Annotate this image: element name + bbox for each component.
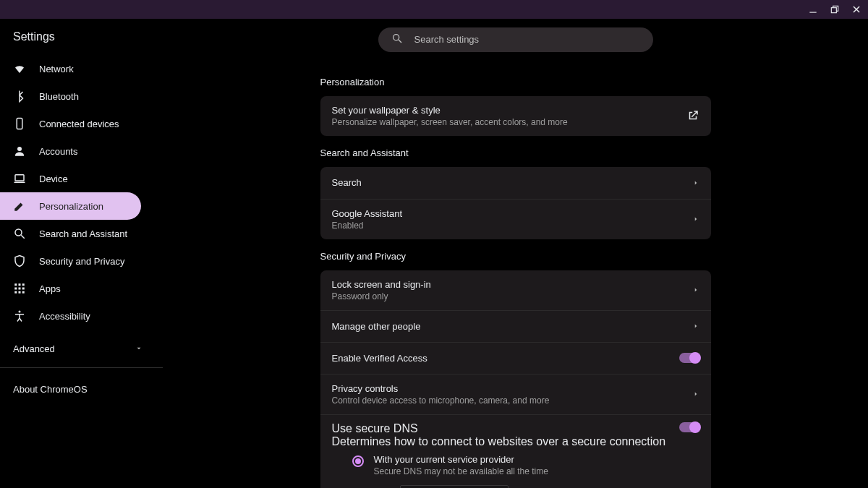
svg-rect-14 xyxy=(14,288,17,290)
settings-content: Personalization Set your wallpaper & sty… xyxy=(320,65,711,488)
sidebar-item-search-assistant[interactable]: Search and Assistant xyxy=(0,220,141,247)
row-sub: Enabled xyxy=(332,221,692,231)
dns-option-custom[interactable]: With Custom xyxy=(332,479,699,488)
apps-icon xyxy=(13,282,26,295)
bluetooth-icon xyxy=(13,90,26,103)
sidebar-item-connected-devices[interactable]: Connected devices xyxy=(0,110,141,137)
svg-point-9 xyxy=(15,229,22,236)
row-lock-screen[interactable]: Lock screen and sign-in Password only xyxy=(320,270,711,310)
svg-point-20 xyxy=(19,311,21,313)
open-external-icon xyxy=(686,109,699,122)
sidebar-item-label: Accounts xyxy=(39,146,77,157)
sidebar-item-bluetooth[interactable]: Bluetooth xyxy=(0,82,141,110)
maximize-button[interactable] xyxy=(829,4,841,15)
svg-line-10 xyxy=(21,235,25,239)
sidebar-item-accessibility[interactable]: Accessibility xyxy=(0,302,141,330)
sidebar-item-label: Search and Assistant xyxy=(39,228,127,239)
row-sub: Personalize wallpaper, screen saver, acc… xyxy=(332,117,686,127)
edit-icon xyxy=(13,200,26,213)
sidebar-item-label: Personalization xyxy=(39,201,103,212)
dns-provider-select[interactable]: Custom xyxy=(400,485,509,488)
svg-rect-13 xyxy=(22,283,25,286)
svg-rect-8 xyxy=(14,182,25,184)
sidebar-nav: Network Bluetooth Connected devices Acco… xyxy=(0,55,163,330)
row-sub: Control device access to microphone, cam… xyxy=(332,395,692,406)
svg-rect-11 xyxy=(14,283,17,286)
svg-rect-5 xyxy=(17,119,22,129)
row-privacy-controls[interactable]: Privacy controls Control device access t… xyxy=(320,374,711,414)
radio-button[interactable] xyxy=(352,455,364,467)
dns-option-current-provider[interactable]: With your current service provider Secur… xyxy=(332,448,699,479)
svg-rect-2 xyxy=(831,8,836,13)
sidebar-item-label: Connected devices xyxy=(39,119,119,129)
toggle-secure-dns[interactable] xyxy=(679,422,699,432)
search-bar[interactable] xyxy=(378,27,653,52)
section-title-personalization: Personalization xyxy=(320,77,711,87)
sidebar-advanced[interactable]: Advanced xyxy=(0,334,163,363)
row-google-assistant[interactable]: Google Assistant Enabled xyxy=(320,199,711,239)
sidebar-about[interactable]: About ChromeOS xyxy=(0,372,163,406)
sidebar-item-personalization[interactable]: Personalization xyxy=(0,192,141,220)
svg-point-21 xyxy=(393,35,399,40)
svg-point-6 xyxy=(17,147,22,151)
row-sub: Password only xyxy=(332,291,692,301)
search-icon xyxy=(391,33,403,47)
svg-rect-7 xyxy=(15,175,24,181)
sidebar: Settings Network Bluetooth Connected dev… xyxy=(0,19,163,488)
radio-label: With your current service provider xyxy=(374,454,548,465)
wifi-icon xyxy=(13,62,26,75)
sidebar-item-label: Device xyxy=(39,174,68,184)
row-label: Search xyxy=(332,177,692,188)
svg-rect-12 xyxy=(19,283,21,286)
chevron-right-icon xyxy=(692,179,699,187)
svg-rect-15 xyxy=(19,288,21,290)
row-label: Enable Verified Access xyxy=(332,353,679,364)
about-label: About ChromeOS xyxy=(13,384,88,395)
section-title-security-privacy: Security and Privacy xyxy=(320,251,711,262)
chevron-right-icon xyxy=(692,390,699,398)
chevron-right-icon xyxy=(692,322,699,330)
card-personalization: Set your wallpaper & style Personalize w… xyxy=(320,96,711,136)
sidebar-item-label: Security and Privacy xyxy=(39,256,125,267)
search-icon xyxy=(13,227,26,240)
sidebar-item-accounts[interactable]: Accounts xyxy=(0,137,141,165)
row-wallpaper-style[interactable]: Set your wallpaper & style Personalize w… xyxy=(320,96,711,136)
search-input[interactable] xyxy=(414,34,640,45)
svg-rect-18 xyxy=(19,291,21,294)
chevron-down-icon xyxy=(135,343,142,354)
divider xyxy=(0,367,163,368)
close-button[interactable] xyxy=(851,4,862,15)
row-sub: Determines how to connect to websites ov… xyxy=(332,435,679,448)
sidebar-item-label: Apps xyxy=(39,283,61,294)
person-icon xyxy=(13,145,26,158)
sidebar-item-security-privacy[interactable]: Security and Privacy xyxy=(0,247,141,275)
row-label: Lock screen and sign-in xyxy=(332,279,692,290)
row-verified-access: Enable Verified Access xyxy=(320,342,711,374)
row-secure-dns: Use secure DNS Determines how to connect… xyxy=(320,414,711,488)
row-label: Manage other people xyxy=(332,321,692,332)
svg-line-22 xyxy=(399,40,401,43)
shield-icon xyxy=(13,254,26,267)
svg-rect-16 xyxy=(22,288,25,290)
radio-sub: Secure DNS may not be available all the … xyxy=(374,466,548,476)
svg-rect-19 xyxy=(22,291,25,294)
sidebar-item-apps[interactable]: Apps xyxy=(0,275,141,302)
svg-rect-17 xyxy=(14,291,17,294)
sidebar-item-label: Bluetooth xyxy=(39,91,79,102)
card-security-privacy: Lock screen and sign-in Password only Ma… xyxy=(320,270,711,488)
card-search-assistant: Search Google Assistant Enabled xyxy=(320,167,711,239)
sidebar-item-device[interactable]: Device xyxy=(0,165,141,192)
window-titlebar xyxy=(0,0,868,19)
phone-icon xyxy=(13,117,26,130)
row-label: Google Assistant xyxy=(332,208,692,219)
section-title-search-assistant: Search and Assistant xyxy=(320,147,711,158)
row-label: Set your wallpaper & style xyxy=(332,105,686,116)
sidebar-item-label: Accessibility xyxy=(39,311,90,322)
chevron-right-icon xyxy=(692,215,699,223)
row-manage-people[interactable]: Manage other people xyxy=(320,310,711,342)
row-search[interactable]: Search xyxy=(320,167,711,199)
sidebar-item-network[interactable]: Network xyxy=(0,55,141,82)
app-root: Settings Network Bluetooth Connected dev… xyxy=(0,19,868,488)
toggle-verified-access[interactable] xyxy=(679,353,699,363)
minimize-button[interactable] xyxy=(807,4,819,15)
